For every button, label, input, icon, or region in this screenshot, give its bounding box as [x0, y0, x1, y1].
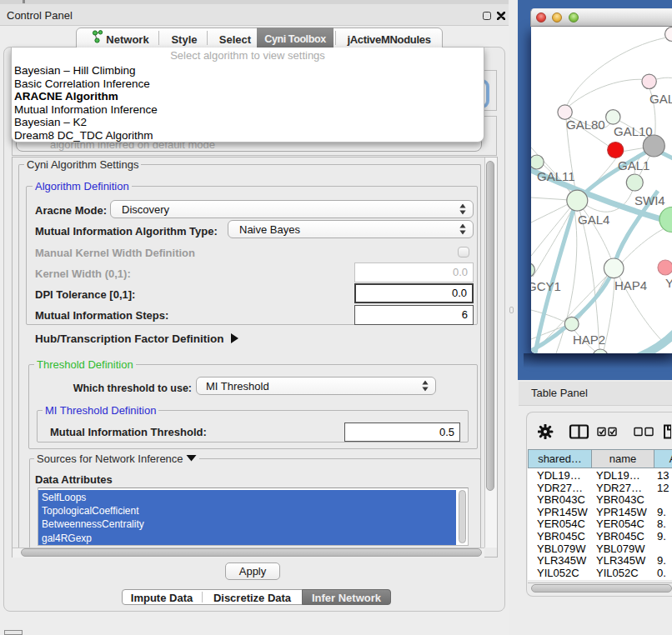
svg-text:GAL10: GAL10: [614, 124, 653, 138]
svg-text:SWI4: SWI4: [634, 193, 665, 208]
svg-text:GAL4: GAL4: [578, 212, 609, 227]
svg-text:GCY1: GCY1: [531, 279, 561, 293]
svg-text:GAL1: GAL1: [618, 158, 649, 172]
svg-text:GAL7: GAL7: [649, 92, 672, 106]
svg-text:GAL80: GAL80: [566, 118, 605, 132]
svg-text:HAP4: HAP4: [614, 278, 647, 292]
svg-text:YJ: YJ: [665, 276, 672, 290]
svg-text:HAP2: HAP2: [573, 332, 605, 347]
svg-text:GAL11: GAL11: [537, 169, 575, 183]
